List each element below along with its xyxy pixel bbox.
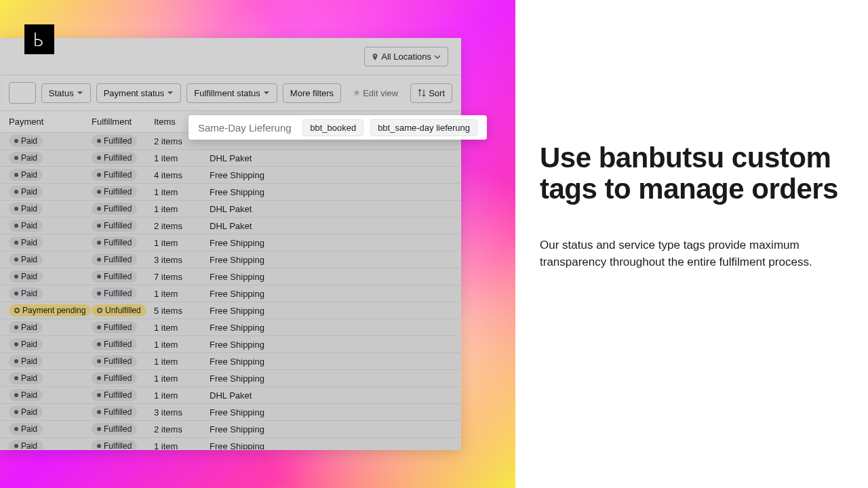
payment-badge: Paid [9,135,43,147]
payment-badge: Paid [9,169,43,181]
delivery-cell: Free Shipping [210,424,294,434]
delivery-cell: Free Shipping [210,170,294,180]
items-cell: 1 item [154,204,210,214]
col-payment: Payment [9,117,92,127]
table-body: PaidFulfilled2 itemsPaidFulfilled1 itemD… [1,133,460,450]
location-label: All Locations [381,52,431,62]
table-row[interactable]: PaidFulfilled7 itemsFree Shipping [1,268,460,285]
table-row[interactable]: PaidFulfilled1 itemFree Shipping [1,235,460,251]
fulfillment-badge: Fulfilled [92,270,137,283]
delivery-cell: Free Shipping [210,306,294,316]
sort-button[interactable]: Sort [410,83,452,103]
highlight-tag-booked: bbt_booked [302,119,363,136]
fulfillment-badge: Unfulfilled [92,304,146,317]
delivery-cell: Free Shipping [210,340,294,350]
table-row[interactable]: PaidFulfilled2 itemsFree Shipping [1,421,460,438]
brand-logo [24,24,54,54]
payment-badge: Paid [9,237,43,249]
payment-badge: Paid [9,406,43,418]
table-row[interactable]: PaidFulfilled1 itemFree Shipping [1,353,460,370]
payment-badge: Paid [9,270,43,283]
items-cell: 3 items [154,255,210,265]
items-cell: 4 items [154,170,210,180]
delivery-cell: Free Shipping [210,357,294,367]
delivery-cell: DHL Paket [210,221,294,231]
table-row[interactable]: PaidFulfilled3 itemsFree Shipping [1,251,460,268]
table-row[interactable]: PaidFulfilled1 itemFree Shipping [1,336,460,353]
items-cell: 1 item [154,441,210,451]
delivery-cell: DHL Paket [210,204,294,214]
items-cell: 1 item [154,187,210,197]
items-cell: 1 item [154,238,210,248]
payment-badge: Paid [9,203,43,215]
fulfillment-badge: Fulfilled [92,253,137,266]
fulfillment-badge: Fulfilled [92,440,137,450]
highlight-delivery-method: Same-Day Lieferung [198,122,292,134]
payment-badge: Paid [9,152,43,164]
table-row[interactable]: PaidFulfilled1 itemFree Shipping [1,438,460,450]
marketing-heading: Use banbutsu custom tags to manage order… [540,142,848,205]
items-cell: 1 item [154,323,210,333]
items-cell: 5 items [154,306,210,316]
delivery-cell: DHL Paket [210,390,294,401]
screenshot-panel: All Locations Status Payment status Fulf… [0,0,515,488]
payment-badge: Paid [9,423,43,435]
payment-badge: Paid [9,321,43,333]
search-input[interactable] [9,82,36,104]
table-row[interactable]: PaidFulfilled1 itemFree Shipping [1,319,460,336]
filter-status[interactable]: Status [41,83,91,103]
fulfillment-badge: Fulfilled [92,321,137,333]
payment-badge: Payment pending [9,304,91,317]
table-row[interactable]: PaidFulfilled3 itemsFree Shipping [1,404,460,421]
delivery-cell: Free Shipping [210,373,294,384]
caret-down-icon [77,89,83,96]
window-topbar: All Locations [1,39,460,75]
delivery-cell: Free Shipping [210,323,294,333]
table-row[interactable]: PaidFulfilled4 itemsFree Shipping [1,167,460,184]
orders-window: All Locations Status Payment status Fulf… [0,38,461,450]
filter-bar: Status Payment status Fulfillment status… [1,75,460,111]
table-row[interactable]: PaidFulfilled1 itemFree Shipping [1,184,460,201]
location-selector[interactable]: All Locations [364,47,448,66]
payment-badge: Paid [9,186,43,198]
more-filters-button[interactable]: More filters [283,83,341,103]
items-cell: 1 item [154,373,210,384]
table-row[interactable]: PaidFulfilled1 itemDHL Paket [1,387,460,404]
delivery-cell: DHL Paket [210,153,294,163]
table-row[interactable]: PaidFulfilled1 itemDHL Paket [1,150,460,167]
filter-payment-status[interactable]: Payment status [96,83,182,103]
items-cell: 7 items [154,272,210,282]
items-cell: 2 items [154,221,210,231]
caret-down-icon [263,89,270,96]
delivery-cell: Free Shipping [210,187,294,197]
payment-badge: Paid [9,372,43,384]
table-row[interactable]: PaidFulfilled2 itemsDHL Paket [1,218,460,235]
delivery-cell: Free Shipping [210,272,294,282]
table-row[interactable]: PaidFulfilled1 itemFree Shipping [1,370,460,387]
fulfillment-badge: Fulfilled [92,169,137,181]
items-cell: 1 item [154,357,210,367]
fulfillment-badge: Fulfilled [92,203,137,215]
fulfillment-badge: Fulfilled [92,423,137,435]
highlight-tag-sameday: bbt_same-day lieferung [370,119,477,136]
fulfillment-badge: Fulfilled [92,152,137,164]
items-cell: 3 items [154,407,210,418]
fulfillment-badge: Fulfilled [92,338,137,350]
filter-fulfillment-status[interactable]: Fulfillment status [186,83,277,103]
delivery-cell: Free Shipping [210,407,294,418]
items-cell: 1 item [154,153,210,163]
delivery-cell: Free Shipping [210,238,294,248]
delivery-cell: Free Shipping [210,441,294,451]
table-row[interactable]: PaidFulfilled1 itemDHL Paket [1,201,460,218]
table-row[interactable]: Payment pendingUnfulfilled5 itemsFree Sh… [1,302,460,319]
payment-badge: Paid [9,440,43,450]
delivery-cell: Free Shipping [210,255,294,265]
fulfillment-badge: Fulfilled [92,389,137,401]
edit-view-button[interactable]: Edit view [347,84,405,102]
marketing-panel: Use banbutsu custom tags to manage order… [515,0,868,488]
table-row[interactable]: PaidFulfilled1 itemFree Shipping [1,285,460,302]
fulfillment-badge: Fulfilled [92,287,137,300]
payment-badge: Paid [9,287,43,300]
items-cell: 1 item [154,390,210,401]
fulfillment-badge: Fulfilled [92,186,137,198]
